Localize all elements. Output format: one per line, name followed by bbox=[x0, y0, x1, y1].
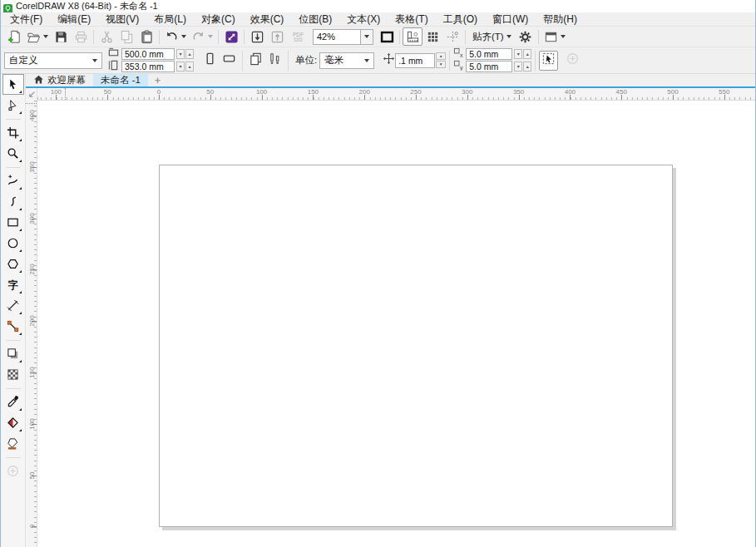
show-rulers-button[interactable] bbox=[403, 27, 422, 46]
menu-item-6[interactable]: 效果(C) bbox=[243, 12, 292, 26]
menu-item-9[interactable]: 表格(T) bbox=[388, 12, 435, 26]
zoom-level-value[interactable]: 42% bbox=[313, 29, 361, 45]
page-width-decrement[interactable]: ▾ bbox=[176, 49, 185, 59]
publish-pdf-button: PDF bbox=[287, 27, 309, 46]
units-combo[interactable]: 毫米 bbox=[319, 52, 374, 69]
undo-button[interactable] bbox=[162, 27, 189, 46]
snap-to-dropdown[interactable]: 贴齐(T) bbox=[468, 27, 516, 46]
options-button[interactable] bbox=[516, 27, 536, 46]
page-height-field[interactable]: 353.0 mm bbox=[121, 61, 175, 72]
print-icon bbox=[74, 30, 88, 44]
current-page-button[interactable] bbox=[265, 51, 284, 71]
window-title: CorelDRAW X8 (64-Bit) - 未命名 -1 bbox=[16, 0, 158, 12]
coreldraw-window: CorelDRAW X8 (64-Bit) - 未命名 -1 文件(F)编辑(E… bbox=[0, 0, 756, 547]
ellipse-icon bbox=[7, 237, 19, 249]
duplicate-y-decrement[interactable]: ▾ bbox=[514, 62, 522, 71]
smart-fill-tool[interactable] bbox=[2, 433, 24, 454]
search-content-button[interactable] bbox=[221, 27, 241, 46]
paste-button[interactable] bbox=[136, 27, 156, 46]
app-launcher-button[interactable] bbox=[541, 27, 568, 46]
landscape-button[interactable] bbox=[220, 51, 239, 71]
h-ruler-major-tick bbox=[621, 95, 622, 100]
save-button[interactable] bbox=[51, 27, 71, 46]
menu-item-10[interactable]: 工具(O) bbox=[436, 12, 485, 26]
paste-icon bbox=[140, 30, 154, 44]
curve-icon bbox=[7, 195, 19, 208]
menu-item-4[interactable]: 布局(L) bbox=[146, 12, 194, 26]
text-tool[interactable]: 字 bbox=[2, 274, 24, 295]
curve-tool[interactable] bbox=[2, 191, 24, 212]
menu-item-2[interactable]: 编辑(E) bbox=[50, 12, 98, 26]
v-ruler-major-tick bbox=[32, 526, 37, 527]
open-button[interactable] bbox=[24, 27, 51, 46]
drop-shadow-tool[interactable] bbox=[2, 343, 24, 364]
save-icon bbox=[54, 30, 68, 44]
new-document-tab-button[interactable]: + bbox=[148, 74, 167, 86]
import-button[interactable] bbox=[247, 27, 267, 46]
zoom-level-combo[interactable]: 42% bbox=[313, 29, 373, 45]
ellipse-tool[interactable] bbox=[2, 233, 24, 254]
show-guidelines-icon bbox=[446, 30, 460, 44]
divider bbox=[535, 51, 536, 71]
menu-item-8[interactable]: 文本(X) bbox=[339, 12, 388, 26]
zoom-level-dropdown-button[interactable] bbox=[361, 29, 373, 45]
transparency-tool[interactable] bbox=[2, 364, 24, 385]
nudge-increment[interactable]: ▴ bbox=[436, 52, 446, 60]
divider bbox=[218, 30, 219, 44]
page-height-decrement[interactable]: ▾ bbox=[176, 62, 185, 71]
menu-item-11[interactable]: 窗口(W) bbox=[485, 12, 536, 26]
new-document-button[interactable] bbox=[4, 27, 24, 46]
crop-tool[interactable] bbox=[2, 122, 24, 143]
horizontal-ruler[interactable]: 10050050100150200250300350400450500550 bbox=[37, 88, 755, 101]
freehand-icon bbox=[7, 175, 19, 187]
chevron-down-icon bbox=[92, 59, 97, 62]
page-size-preset-combo[interactable]: 自定义 bbox=[4, 52, 102, 69]
menu-item-7[interactable]: 位图(B) bbox=[291, 12, 339, 26]
nudge-decrement[interactable]: ▾ bbox=[436, 61, 446, 68]
menu-item-5[interactable]: 对象(C) bbox=[194, 12, 243, 26]
freehand-tool[interactable] bbox=[2, 170, 24, 191]
show-grid-button[interactable] bbox=[422, 27, 442, 46]
treat-as-filled-button[interactable] bbox=[539, 51, 558, 71]
h-ruler-major-tick bbox=[416, 95, 417, 100]
interactive-fill-tool[interactable] bbox=[2, 412, 24, 433]
full-screen-preview-button[interactable] bbox=[377, 27, 397, 46]
divider bbox=[1, 164, 25, 170]
ruler-origin-button[interactable] bbox=[26, 88, 37, 101]
polygon-tool[interactable] bbox=[2, 254, 24, 274]
pick-tool[interactable] bbox=[2, 74, 24, 95]
redo-button bbox=[189, 27, 215, 46]
duplicate-x-decrement[interactable]: ▾ bbox=[514, 49, 522, 59]
page-size-preset-value: 自定义 bbox=[9, 54, 38, 67]
export-icon bbox=[270, 30, 284, 44]
cursor-position-marker bbox=[65, 88, 66, 100]
zoom-tool[interactable] bbox=[2, 143, 24, 164]
duplicate-x-increment[interactable]: ▴ bbox=[523, 49, 531, 59]
drawing-canvas[interactable] bbox=[37, 101, 755, 547]
show-guidelines-button[interactable] bbox=[442, 27, 462, 46]
smart-fill-icon bbox=[7, 437, 19, 450]
dimension-tool[interactable] bbox=[2, 295, 24, 316]
tab-document[interactable]: 未命名 -1 bbox=[93, 74, 148, 86]
all-pages-button[interactable] bbox=[246, 51, 265, 71]
tab-welcome-label: 欢迎屏幕 bbox=[47, 74, 86, 86]
page-width-increment[interactable]: ▴ bbox=[185, 49, 194, 59]
color-eyedropper-tool[interactable] bbox=[2, 392, 24, 412]
menu-item-1[interactable]: 文件(F) bbox=[2, 12, 50, 26]
page-height-increment[interactable]: ▴ bbox=[185, 62, 194, 71]
menu-item-3[interactable]: 视图(V) bbox=[98, 12, 146, 26]
shape-tool[interactable] bbox=[2, 95, 24, 116]
duplicate-y-increment[interactable]: ▴ bbox=[523, 62, 531, 71]
new-document-icon bbox=[7, 30, 22, 44]
menu-item-12[interactable]: 帮助(H) bbox=[536, 12, 585, 26]
v-ruler-major-tick bbox=[32, 476, 37, 476]
duplicate-x-field[interactable]: 5.0 mm bbox=[466, 48, 512, 60]
nudge-field[interactable]: .1 mm bbox=[395, 53, 435, 68]
portrait-button[interactable] bbox=[200, 51, 220, 71]
tab-welcome-screen[interactable]: 欢迎屏幕 bbox=[26, 74, 93, 86]
duplicate-y-field[interactable]: 5.0 mm bbox=[466, 61, 512, 72]
vertical-ruler[interactable]: 400350300250200150100500 bbox=[26, 101, 37, 547]
connector-tool[interactable] bbox=[2, 316, 24, 337]
page-width-field[interactable]: 500.0 mm bbox=[121, 48, 175, 60]
rectangle-tool[interactable] bbox=[2, 212, 24, 233]
